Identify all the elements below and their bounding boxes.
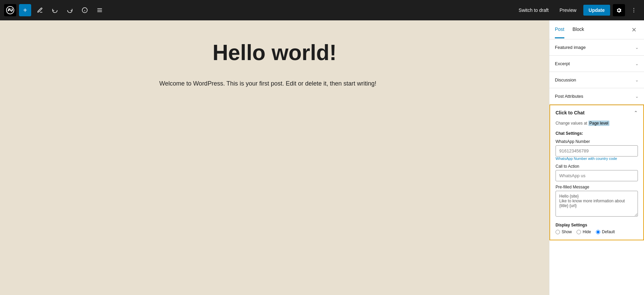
ctc-call-to-action-field: Call to Action	[556, 164, 638, 181]
ctc-display-settings-label: Display Settings	[556, 223, 638, 227]
ctc-display-settings-radios: Show Hide Default	[556, 229, 638, 234]
post-attributes-toggle[interactable]: Post Attributes ⌄	[549, 88, 644, 104]
ctc-radio-default-input[interactable]	[596, 230, 600, 234]
featured-image-toggle[interactable]: Featured image ⌄	[549, 39, 644, 55]
ctc-call-to-action-input[interactable]	[556, 170, 638, 181]
toolbar: + Switch to draft Preview Update	[0, 0, 644, 20]
sidebar-tabs: Post Block ✕	[549, 20, 644, 39]
wp-logo[interactable]	[4, 4, 16, 16]
featured-image-section: Featured image ⌄	[549, 39, 644, 56]
svg-point-8	[633, 12, 634, 12]
svg-point-6	[633, 8, 634, 9]
redo-icon	[67, 7, 73, 13]
click-to-chat-body: Change values at Page level Chat Setting…	[550, 120, 643, 240]
ctc-call-to-action-label: Call to Action	[556, 164, 638, 169]
editor-content: Hello world! Welcome to WordPress. This …	[153, 41, 397, 89]
excerpt-section: Excerpt ⌄	[549, 56, 644, 72]
tab-post[interactable]: Post	[555, 21, 564, 38]
discussion-section: Discussion ⌄	[549, 72, 644, 88]
add-block-button[interactable]: +	[19, 4, 31, 16]
ctc-page-level[interactable]: Page level	[588, 121, 609, 126]
more-options-button[interactable]	[628, 4, 640, 16]
info-button[interactable]	[79, 4, 91, 16]
ellipsis-vertical-icon	[631, 7, 637, 13]
click-to-chat-title: Click to Chat	[556, 110, 585, 115]
sidebar: Post Block ✕ Featured image ⌄ Excerpt ⌄ …	[549, 20, 644, 295]
post-attributes-chevron: ⌄	[635, 94, 639, 99]
excerpt-label: Excerpt	[555, 61, 570, 66]
post-body[interactable]: Welcome to WordPress. This is your first…	[153, 78, 397, 89]
switch-draft-button[interactable]: Switch to draft	[515, 5, 553, 15]
preview-button[interactable]: Preview	[556, 5, 581, 15]
redo-button[interactable]	[64, 4, 76, 16]
list-view-icon	[97, 7, 103, 13]
ctc-whatsapp-number-input[interactable]	[556, 145, 638, 156]
editor-area[interactable]: Hello world! Welcome to WordPress. This …	[0, 20, 549, 295]
ctc-chat-settings-label: Chat Settings:	[556, 131, 638, 136]
main-layout: Hello world! Welcome to WordPress. This …	[0, 20, 644, 295]
wp-logo-icon	[6, 6, 14, 14]
discussion-toggle[interactable]: Discussion ⌄	[549, 72, 644, 88]
ctc-radio-show[interactable]: Show	[556, 229, 572, 234]
ctc-radio-hide[interactable]: Hide	[577, 229, 591, 234]
tab-block[interactable]: Block	[572, 21, 584, 38]
info-icon	[82, 7, 88, 13]
ctc-radio-hide-input[interactable]	[577, 230, 581, 234]
click-to-chat-chevron: ⌃	[634, 110, 638, 115]
ctc-description: Change values at Page level	[556, 120, 638, 126]
discussion-chevron: ⌄	[635, 78, 639, 82]
list-view-button[interactable]	[94, 4, 106, 16]
undo-button[interactable]	[49, 4, 61, 16]
ctc-prefilled-message-field: Pre-filled Message Hello {site} Like to …	[556, 185, 638, 218]
post-title[interactable]: Hello world!	[153, 41, 397, 64]
gear-icon	[616, 7, 622, 13]
ctc-whatsapp-hint: WhatsApp Number with country code	[556, 156, 638, 161]
ctc-display-settings: Display Settings Show Hide Default	[556, 221, 638, 234]
toolbar-right: Switch to draft Preview Update	[515, 4, 640, 16]
ctc-whatsapp-number-label: WhatsApp Number	[556, 139, 638, 144]
featured-image-chevron: ⌄	[635, 45, 639, 50]
ctc-radio-default[interactable]: Default	[596, 229, 615, 234]
update-button[interactable]: Update	[583, 5, 610, 16]
excerpt-toggle[interactable]: Excerpt ⌄	[549, 56, 644, 72]
pen-icon	[37, 7, 43, 13]
excerpt-chevron: ⌄	[635, 61, 639, 66]
post-attributes-section: Post Attributes ⌄	[549, 88, 644, 105]
click-to-chat-panel: Click to Chat ⌃ Change values at Page le…	[549, 105, 644, 240]
click-to-chat-toggle[interactable]: Click to Chat ⌃	[550, 105, 643, 120]
ctc-prefilled-message-label: Pre-filled Message	[556, 185, 638, 189]
discussion-label: Discussion	[555, 77, 576, 82]
sidebar-close-button[interactable]: ✕	[629, 25, 639, 35]
undo-icon	[52, 7, 58, 13]
ctc-whatsapp-number-field: WhatsApp Number WhatsApp Number with cou…	[556, 139, 638, 161]
edit-pen-button[interactable]	[34, 4, 46, 16]
ctc-prefilled-message-textarea[interactable]: Hello {site} Like to know more informati…	[556, 191, 638, 217]
svg-point-7	[633, 10, 634, 11]
settings-button[interactable]	[613, 4, 625, 16]
post-attributes-label: Post Attributes	[555, 94, 583, 99]
featured-image-label: Featured image	[555, 45, 586, 50]
ctc-radio-show-input[interactable]	[556, 230, 560, 234]
